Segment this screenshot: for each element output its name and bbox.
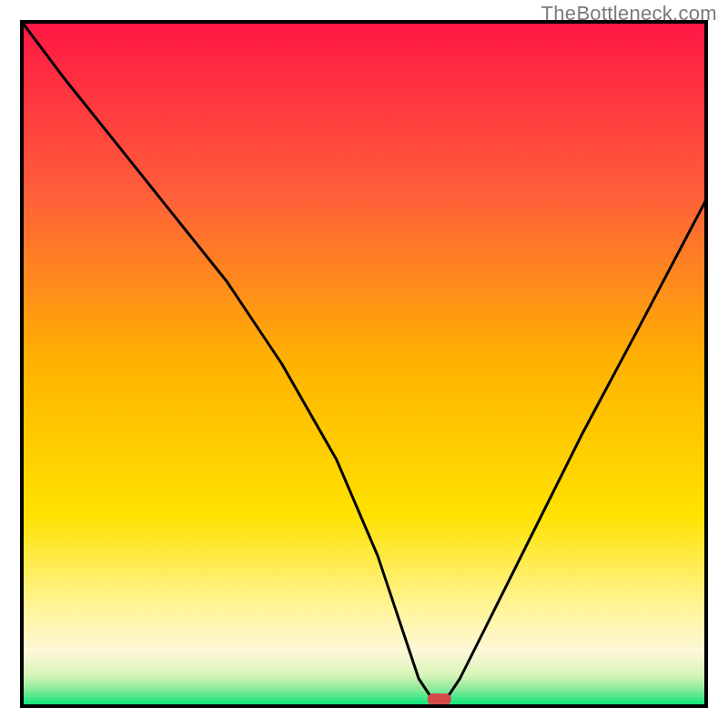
chart-container: TheBottleneck.com (0, 0, 728, 728)
bottleneck-chart (0, 0, 728, 728)
gradient-background (22, 22, 706, 706)
optimal-point-marker (428, 693, 451, 705)
watermark-label: TheBottleneck.com (541, 2, 717, 25)
